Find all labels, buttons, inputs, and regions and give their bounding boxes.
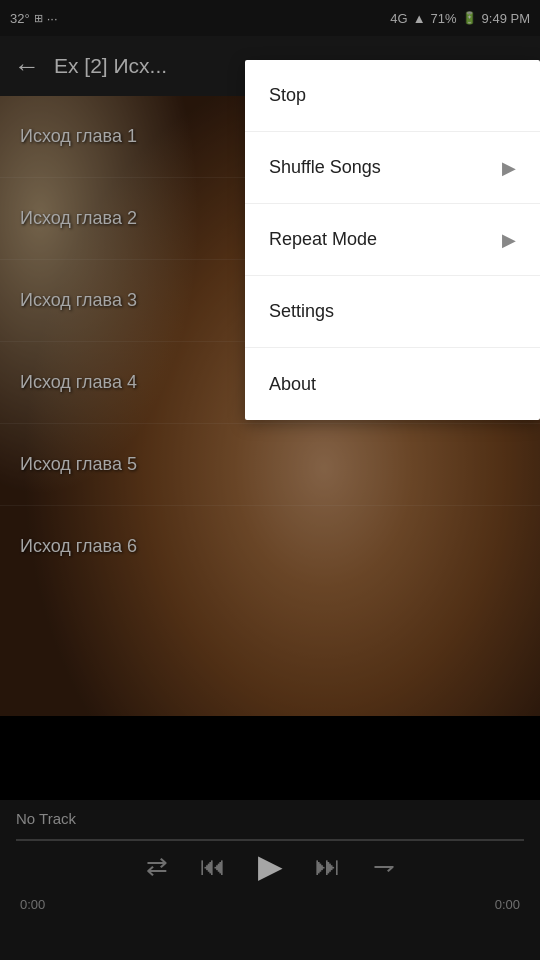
menu-item-settings[interactable]: Settings [245,276,540,348]
stop-label: Stop [269,85,306,106]
dropdown-menu: Stop Shuffle Songs ▶ Repeat Mode ▶ Setti… [245,60,540,420]
shuffle-arrow-icon: ▶ [502,157,516,179]
shuffle-label: Shuffle Songs [269,157,381,178]
repeat-arrow-icon: ▶ [502,229,516,251]
settings-label: Settings [269,301,334,322]
menu-item-about[interactable]: About [245,348,540,420]
menu-item-repeat[interactable]: Repeat Mode ▶ [245,204,540,276]
menu-item-stop[interactable]: Stop [245,60,540,132]
repeat-label: Repeat Mode [269,229,377,250]
about-label: About [269,374,316,395]
menu-item-shuffle[interactable]: Shuffle Songs ▶ [245,132,540,204]
